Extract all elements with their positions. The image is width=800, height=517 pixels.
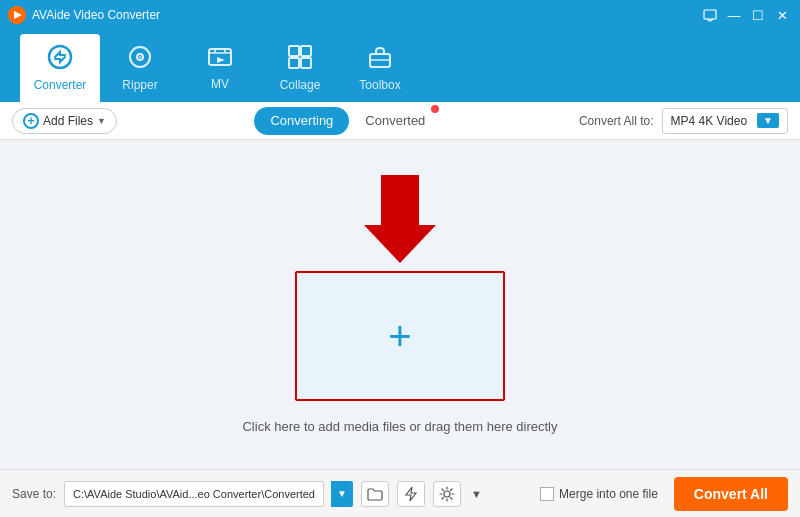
merge-checkbox[interactable]	[540, 487, 554, 501]
window-controls: — ☐ ✕	[700, 5, 792, 25]
svg-point-3	[49, 46, 71, 68]
save-path-input[interactable]	[64, 481, 324, 507]
format-dropdown-arrow-icon: ▼	[757, 113, 779, 128]
folder-icon-btn[interactable]	[361, 481, 389, 507]
svg-marker-15	[406, 487, 416, 501]
svg-rect-7	[209, 49, 231, 65]
ripper-icon	[127, 44, 153, 74]
title-bar: AVAide Video Converter — ☐ ✕	[0, 0, 800, 30]
add-files-button[interactable]: + Add Files ▼	[12, 108, 117, 134]
arrow-head	[364, 225, 436, 263]
converted-tab-label: Converted	[365, 113, 425, 128]
converter-label: Converter	[34, 78, 87, 92]
toolbar: + Add Files ▼ Converting Converted Conve…	[0, 102, 800, 140]
merge-checkbox-area: Merge into one file	[540, 487, 658, 501]
message-button[interactable]	[700, 5, 720, 25]
nav-tab-toolbox[interactable]: Toolbox	[340, 34, 420, 102]
svg-rect-12	[301, 58, 311, 68]
collage-label: Collage	[280, 78, 321, 92]
converter-icon	[46, 44, 74, 74]
converting-tab[interactable]: Converting	[254, 107, 349, 135]
lightning-icon-btn[interactable]	[397, 481, 425, 507]
toolbar-tabs: Converting Converted	[254, 107, 441, 135]
add-files-circle-icon: +	[23, 113, 39, 129]
drop-zone-plus-icon: +	[388, 316, 411, 356]
arrow-body	[381, 175, 419, 225]
minimize-button[interactable]: —	[724, 5, 744, 25]
svg-rect-2	[704, 10, 716, 19]
svg-rect-10	[301, 46, 311, 56]
toolbox-label: Toolbox	[359, 78, 400, 92]
converted-badge	[431, 105, 439, 113]
settings-dropdown-icon: ▼	[471, 488, 482, 500]
svg-marker-8	[217, 57, 225, 63]
selected-format: MP4 4K Video	[671, 114, 748, 128]
title-bar-left: AVAide Video Converter	[8, 6, 160, 24]
nav-tab-collage[interactable]: Collage	[260, 34, 340, 102]
app-logo	[8, 6, 26, 24]
toolbox-icon	[367, 44, 393, 74]
toolbar-right: Convert All to: MP4 4K Video ▼	[579, 108, 788, 134]
format-selector[interactable]: MP4 4K Video ▼	[662, 108, 788, 134]
settings-icon-btn[interactable]	[433, 481, 461, 507]
nav-tab-mv[interactable]: MV	[180, 34, 260, 102]
drop-arrow	[364, 175, 436, 263]
mv-icon	[207, 45, 233, 73]
convert-all-button[interactable]: Convert All	[674, 477, 788, 511]
main-content: + Click here to add media files or drag …	[0, 140, 800, 469]
close-button[interactable]: ✕	[772, 5, 792, 25]
nav-bar: Converter Ripper MV	[0, 30, 800, 102]
svg-point-6	[139, 56, 141, 58]
app-title: AVAide Video Converter	[32, 8, 160, 22]
merge-label: Merge into one file	[559, 487, 658, 501]
add-files-dropdown-arrow-icon: ▼	[97, 116, 106, 126]
ripper-label: Ripper	[122, 78, 157, 92]
path-dropdown-button[interactable]: ▼	[331, 481, 353, 507]
nav-tab-converter[interactable]: Converter	[20, 34, 100, 102]
maximize-button[interactable]: ☐	[748, 5, 768, 25]
add-files-label: Add Files	[43, 114, 93, 128]
drop-hint: Click here to add media files or drag th…	[242, 419, 557, 434]
nav-tab-ripper[interactable]: Ripper	[100, 34, 180, 102]
mv-label: MV	[211, 77, 229, 91]
collage-icon	[287, 44, 313, 74]
drop-zone[interactable]: +	[295, 271, 505, 401]
svg-point-16	[444, 491, 450, 497]
save-to-label: Save to:	[12, 487, 56, 501]
svg-rect-9	[289, 46, 299, 56]
convert-all-label: Convert All to:	[579, 114, 654, 128]
converted-tab[interactable]: Converted	[349, 107, 441, 135]
svg-rect-11	[289, 58, 299, 68]
footer: Save to: ▼ ▼ Merge into one file Convert…	[0, 469, 800, 517]
toolbar-left: + Add Files ▼	[12, 108, 117, 134]
